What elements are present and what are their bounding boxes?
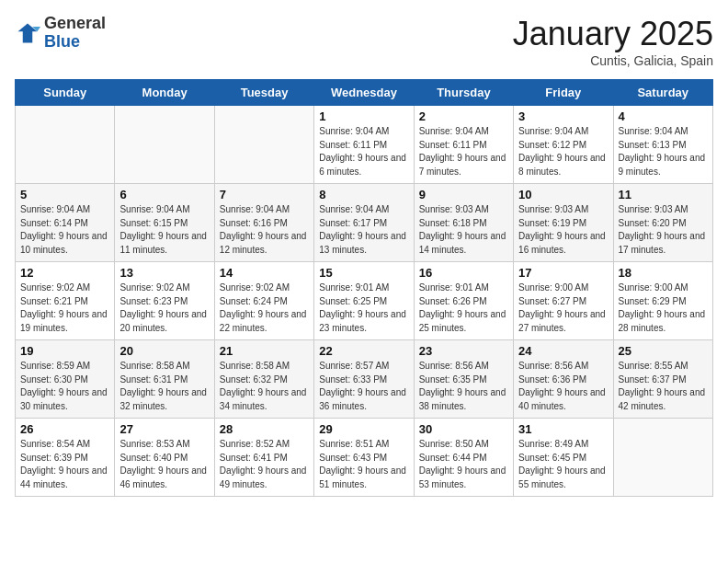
weekday-header: Thursday — [414, 80, 513, 106]
day-number: 23 — [419, 344, 508, 358]
calendar-cell: 14Sunrise: 9:02 AM Sunset: 6:24 PM Dayli… — [214, 262, 313, 340]
cell-content: Sunrise: 9:00 AM Sunset: 6:29 PM Dayligh… — [619, 282, 708, 335]
cell-content: Sunrise: 9:04 AM Sunset: 6:11 PM Dayligh… — [319, 125, 408, 178]
logo-icon — [15, 20, 40, 46]
cell-content: Sunrise: 9:04 AM Sunset: 6:16 PM Dayligh… — [220, 203, 309, 257]
day-number: 5 — [20, 188, 109, 201]
calendar-cell: 8Sunrise: 9:04 AM Sunset: 6:17 PM Daylig… — [314, 184, 414, 262]
day-number: 13 — [119, 266, 209, 280]
weekday-header: Monday — [115, 80, 214, 106]
calendar-cell: 18Sunrise: 9:00 AM Sunset: 6:29 PM Dayli… — [613, 262, 712, 340]
cell-content: Sunrise: 8:55 AM Sunset: 6:37 PM Dayligh… — [619, 360, 708, 413]
day-number: 27 — [119, 422, 209, 436]
location-subtitle: Cuntis, Galicia, Spain — [513, 53, 713, 68]
cell-content: Sunrise: 9:02 AM Sunset: 6:24 PM Dayligh… — [220, 282, 309, 335]
calendar-cell: 26Sunrise: 8:54 AM Sunset: 6:39 PM Dayli… — [16, 419, 115, 497]
calendar-cell: 23Sunrise: 8:56 AM Sunset: 6:35 PM Dayli… — [414, 340, 513, 419]
cell-content: Sunrise: 8:57 AM Sunset: 6:33 PM Dayligh… — [319, 360, 408, 413]
calendar-cell: 31Sunrise: 8:49 AM Sunset: 6:45 PM Dayli… — [514, 419, 613, 497]
calendar-cell: 6Sunrise: 9:04 AM Sunset: 6:15 PM Daylig… — [115, 184, 214, 262]
day-number: 11 — [619, 188, 708, 201]
day-number: 12 — [20, 266, 109, 280]
calendar-cell: 16Sunrise: 9:01 AM Sunset: 6:26 PM Dayli… — [414, 262, 513, 340]
calendar-cell: 4Sunrise: 9:04 AM Sunset: 6:13 PM Daylig… — [613, 106, 712, 184]
calendar-cell: 20Sunrise: 8:58 AM Sunset: 6:31 PM Dayli… — [115, 340, 214, 419]
day-number: 10 — [518, 188, 608, 201]
cell-content: Sunrise: 9:04 AM Sunset: 6:12 PM Dayligh… — [518, 125, 608, 178]
cell-content: Sunrise: 8:56 AM Sunset: 6:36 PM Dayligh… — [518, 360, 608, 413]
calendar-week-row: 19Sunrise: 8:59 AM Sunset: 6:30 PM Dayli… — [16, 340, 713, 419]
cell-content: Sunrise: 8:53 AM Sunset: 6:40 PM Dayligh… — [119, 438, 209, 491]
logo-text-blue: Blue — [44, 33, 106, 52]
cell-content: Sunrise: 8:49 AM Sunset: 6:45 PM Dayligh… — [518, 438, 608, 491]
calendar-week-row: 12Sunrise: 9:02 AM Sunset: 6:21 PM Dayli… — [16, 262, 713, 340]
day-number: 6 — [119, 188, 209, 201]
calendar-week-row: 26Sunrise: 8:54 AM Sunset: 6:39 PM Dayli… — [16, 419, 713, 497]
calendar-week-row: 5Sunrise: 9:04 AM Sunset: 6:14 PM Daylig… — [16, 184, 713, 262]
cell-content: Sunrise: 8:58 AM Sunset: 6:31 PM Dayligh… — [119, 360, 209, 413]
day-number: 8 — [319, 188, 408, 201]
logo: General Blue — [15, 15, 106, 52]
calendar-table: SundayMondayTuesdayWednesdayThursdayFrid… — [15, 79, 713, 497]
cell-content: Sunrise: 9:03 AM Sunset: 6:19 PM Dayligh… — [518, 203, 608, 257]
cell-content: Sunrise: 9:04 AM Sunset: 6:14 PM Dayligh… — [20, 203, 109, 257]
cell-content: Sunrise: 9:02 AM Sunset: 6:23 PM Dayligh… — [119, 282, 209, 335]
calendar-cell: 1Sunrise: 9:04 AM Sunset: 6:11 PM Daylig… — [314, 106, 414, 184]
day-number: 29 — [319, 422, 408, 436]
calendar-cell: 19Sunrise: 8:59 AM Sunset: 6:30 PM Dayli… — [16, 340, 115, 419]
cell-content: Sunrise: 9:00 AM Sunset: 6:27 PM Dayligh… — [518, 282, 608, 335]
cell-content: Sunrise: 8:50 AM Sunset: 6:44 PM Dayligh… — [419, 438, 508, 491]
calendar-cell: 21Sunrise: 8:58 AM Sunset: 6:32 PM Dayli… — [214, 340, 313, 419]
title-block: January 2025 Cuntis, Galicia, Spain — [513, 15, 713, 68]
day-number: 21 — [220, 344, 309, 358]
day-number: 30 — [419, 422, 508, 436]
cell-content: Sunrise: 8:52 AM Sunset: 6:41 PM Dayligh… — [220, 438, 309, 491]
calendar-cell: 27Sunrise: 8:53 AM Sunset: 6:40 PM Dayli… — [115, 419, 214, 497]
cell-content: Sunrise: 9:04 AM Sunset: 6:17 PM Dayligh… — [319, 203, 408, 257]
cell-content: Sunrise: 8:56 AM Sunset: 6:35 PM Dayligh… — [419, 360, 508, 413]
logo-text-general: General — [44, 15, 106, 33]
cell-content: Sunrise: 8:54 AM Sunset: 6:39 PM Dayligh… — [20, 438, 109, 491]
day-number: 19 — [20, 344, 109, 358]
cell-content: Sunrise: 8:58 AM Sunset: 6:32 PM Dayligh… — [220, 360, 309, 413]
day-number: 9 — [419, 188, 508, 201]
day-number: 15 — [319, 266, 408, 280]
day-number: 24 — [518, 344, 608, 358]
calendar-cell: 13Sunrise: 9:02 AM Sunset: 6:23 PM Dayli… — [115, 262, 214, 340]
cell-content: Sunrise: 9:01 AM Sunset: 6:26 PM Dayligh… — [419, 282, 508, 335]
calendar-cell: 28Sunrise: 8:52 AM Sunset: 6:41 PM Dayli… — [214, 419, 313, 497]
day-number: 1 — [319, 109, 408, 123]
calendar-cell: 17Sunrise: 9:00 AM Sunset: 6:27 PM Dayli… — [514, 262, 613, 340]
day-number: 16 — [419, 266, 508, 280]
calendar-cell: 9Sunrise: 9:03 AM Sunset: 6:18 PM Daylig… — [414, 184, 513, 262]
calendar-cell: 25Sunrise: 8:55 AM Sunset: 6:37 PM Dayli… — [613, 340, 712, 419]
svg-marker-0 — [18, 23, 38, 42]
calendar-cell: 22Sunrise: 8:57 AM Sunset: 6:33 PM Dayli… — [314, 340, 414, 419]
calendar-cell: 29Sunrise: 8:51 AM Sunset: 6:43 PM Dayli… — [314, 419, 414, 497]
calendar-cell: 7Sunrise: 9:04 AM Sunset: 6:16 PM Daylig… — [214, 184, 313, 262]
cell-content: Sunrise: 8:59 AM Sunset: 6:30 PM Dayligh… — [20, 360, 109, 413]
day-number: 2 — [419, 109, 508, 123]
day-number: 26 — [20, 422, 109, 436]
cell-content: Sunrise: 9:04 AM Sunset: 6:15 PM Dayligh… — [119, 203, 209, 257]
cell-content: Sunrise: 9:04 AM Sunset: 6:13 PM Dayligh… — [619, 125, 708, 178]
cell-content: Sunrise: 8:51 AM Sunset: 6:43 PM Dayligh… — [319, 438, 408, 491]
day-number: 20 — [119, 344, 209, 358]
calendar-cell: 12Sunrise: 9:02 AM Sunset: 6:21 PM Dayli… — [16, 262, 115, 340]
calendar-cell: 2Sunrise: 9:04 AM Sunset: 6:11 PM Daylig… — [414, 106, 513, 184]
calendar-cell — [214, 106, 313, 184]
calendar-cell: 5Sunrise: 9:04 AM Sunset: 6:14 PM Daylig… — [16, 184, 115, 262]
day-number: 31 — [518, 422, 608, 436]
day-number: 7 — [220, 188, 309, 201]
day-number: 18 — [619, 266, 708, 280]
weekday-header: Friday — [514, 80, 613, 106]
page-header: General Blue January 2025 Cuntis, Galici… — [15, 15, 713, 68]
cell-content: Sunrise: 9:03 AM Sunset: 6:20 PM Dayligh… — [619, 203, 708, 257]
day-number: 28 — [220, 422, 309, 436]
calendar-cell — [613, 419, 712, 497]
day-number: 14 — [220, 266, 309, 280]
calendar-cell: 11Sunrise: 9:03 AM Sunset: 6:20 PM Dayli… — [613, 184, 712, 262]
calendar-cell: 15Sunrise: 9:01 AM Sunset: 6:25 PM Dayli… — [314, 262, 414, 340]
cell-content: Sunrise: 9:02 AM Sunset: 6:21 PM Dayligh… — [20, 282, 109, 335]
day-number: 4 — [619, 109, 708, 123]
